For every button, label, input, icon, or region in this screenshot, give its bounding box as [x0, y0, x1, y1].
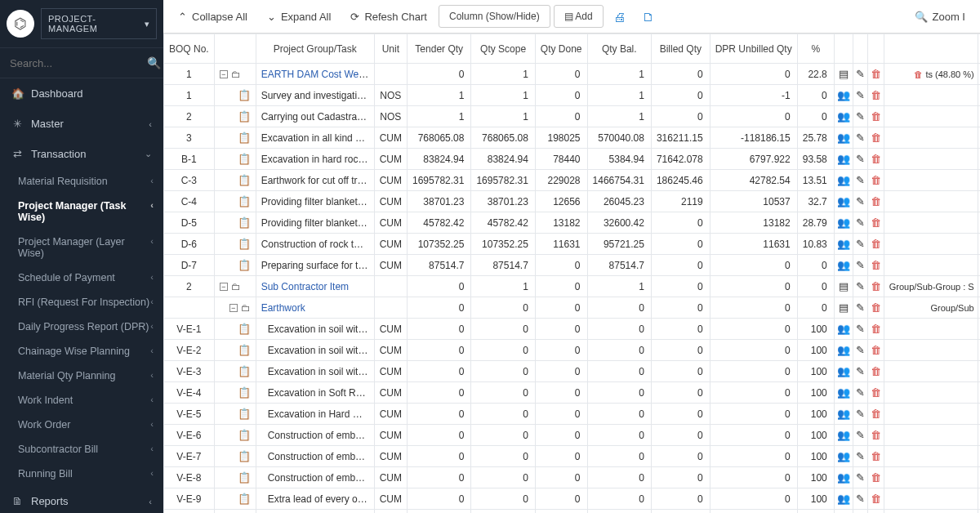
detail-icon[interactable]: ▤: [834, 64, 853, 85]
edit-icon[interactable]: ✎: [853, 297, 867, 319]
col-unbilled[interactable]: DPR Unbilled Qty: [710, 34, 797, 64]
task-cell[interactable]: Earthwork for cut off trench fillin: [256, 170, 374, 191]
assign-icon[interactable]: 👥: [834, 149, 853, 170]
delete-icon[interactable]: 🗑: [867, 106, 884, 127]
detail-icon[interactable]: ▤: [834, 276, 853, 297]
sidebar-item-chainage-wise-planning[interactable]: Chainage Wise Planning‹: [0, 339, 163, 364]
task-cell[interactable]: Excavation for Structure four: [256, 510, 374, 514]
col-billed[interactable]: Billed Qty: [651, 34, 710, 64]
tree-cell[interactable]: − 🗀: [214, 276, 256, 297]
col-boq[interactable]: BOQ No.: [164, 34, 215, 64]
sidebar-item-work-order[interactable]: Work Order‹: [0, 413, 163, 437]
task-cell[interactable]: EARTH DAM Cost Weight: [256, 64, 374, 85]
task-cell[interactable]: Excavation in Hard Rock with: [256, 404, 374, 425]
expand-all-button[interactable]: ⌄Expand All: [259, 6, 339, 28]
assign-icon[interactable]: 👥: [834, 425, 853, 446]
edit-icon[interactable]: ✎: [853, 425, 867, 446]
sidebar-item-work-indent[interactable]: Work Indent‹: [0, 388, 163, 413]
assign-icon[interactable]: 👥: [834, 212, 853, 234]
delete-icon[interactable]: 🗑: [867, 467, 884, 488]
delete-icon[interactable]: 🗑: [867, 234, 884, 255]
task-cell[interactable]: Excavation in all kind of soft/loo: [256, 127, 374, 149]
edit-icon[interactable]: ✎: [853, 382, 867, 404]
edit-icon[interactable]: ✎: [853, 319, 867, 340]
delete-icon[interactable]: 🗑: [867, 510, 884, 514]
sidebar-item-material-qty-planning[interactable]: Material Qty Planning‹: [0, 364, 163, 388]
delete-icon[interactable]: 🗑: [867, 276, 884, 297]
collapse-icon[interactable]: −: [220, 283, 228, 291]
search-input[interactable]: [10, 57, 147, 69]
task-cell[interactable]: Construction of embankment: [256, 467, 374, 488]
assign-icon[interactable]: 👥: [834, 106, 853, 127]
delete-icon[interactable]: 🗑: [867, 170, 884, 191]
edit-icon[interactable]: ✎: [853, 64, 867, 85]
edit-icon[interactable]: ✎: [853, 85, 867, 106]
delete-icon[interactable]: 🗑: [867, 64, 884, 85]
collapse-icon[interactable]: −: [220, 70, 228, 78]
column-toggle-button[interactable]: Column (Show/Hide): [439, 5, 550, 28]
task-cell[interactable]: Construction of rock toe in earth: [256, 234, 374, 255]
assign-icon[interactable]: 👥: [834, 234, 853, 255]
delete-icon[interactable]: 🗑: [867, 404, 884, 425]
delete-icon[interactable]: 🗑: [867, 212, 884, 234]
assign-icon[interactable]: 👥: [834, 319, 853, 340]
col-unit[interactable]: Unit: [374, 34, 407, 64]
assign-icon[interactable]: 👥: [834, 488, 853, 510]
delete-icon[interactable]: 🗑: [914, 69, 923, 79]
zoom-button[interactable]: 🔍Zoom I: [906, 6, 973, 28]
assign-icon[interactable]: 👥: [834, 85, 853, 106]
task-cell[interactable]: Excavation in hard rock of all to: [256, 149, 374, 170]
task-cell[interactable]: Excavation in soil with hydra: [256, 319, 374, 340]
tree-cell[interactable]: − 🗀: [214, 64, 256, 85]
print-icon[interactable]: 🖨: [607, 7, 632, 27]
edit-icon[interactable]: ✎: [853, 446, 867, 467]
assign-icon[interactable]: 👥: [834, 446, 853, 467]
task-cell[interactable]: Excavation in soil with hydra: [256, 340, 374, 361]
nav-master[interactable]: ✳Master ‹: [0, 109, 163, 139]
assign-icon[interactable]: 👥: [834, 340, 853, 361]
col-scope[interactable]: Qty Scope: [471, 34, 535, 64]
task-cell[interactable]: Excavation in Soft Rock with: [256, 382, 374, 404]
task-cell[interactable]: Excavation in soil with hydra: [256, 361, 374, 382]
col-task[interactable]: Project Group/Task: [256, 34, 374, 64]
task-cell[interactable]: Construction of embankment: [256, 425, 374, 446]
edit-icon[interactable]: ✎: [853, 255, 867, 276]
edit-icon[interactable]: ✎: [853, 149, 867, 170]
edit-icon[interactable]: ✎: [853, 404, 867, 425]
collapse-all-button[interactable]: ⌃Collapse All: [170, 6, 256, 28]
delete-icon[interactable]: 🗑: [867, 127, 884, 149]
edit-icon[interactable]: ✎: [853, 170, 867, 191]
edit-icon[interactable]: ✎: [853, 510, 867, 514]
assign-icon[interactable]: 👥: [834, 361, 853, 382]
collapse-icon[interactable]: −: [229, 304, 238, 312]
task-cell[interactable]: Preparing surface for turfing, inc: [256, 255, 374, 276]
edit-icon[interactable]: ✎: [853, 467, 867, 488]
sidebar-item-project-manager-task-wise-[interactable]: Project Manager (Task Wise)‹: [0, 194, 163, 230]
task-cell[interactable]: Sub Contractor Item: [256, 276, 374, 297]
assign-icon[interactable]: 👥: [834, 467, 853, 488]
col-tender[interactable]: Tender Qty: [408, 34, 471, 64]
delete-icon[interactable]: 🗑: [867, 297, 884, 319]
task-cell[interactable]: Providing filter blanket horizonta: [256, 212, 374, 234]
delete-icon[interactable]: 🗑: [867, 149, 884, 170]
assign-icon[interactable]: 👥: [834, 382, 853, 404]
edit-icon[interactable]: ✎: [853, 106, 867, 127]
add-button[interactable]: ▤ Add: [554, 5, 604, 28]
sidebar-item-rfi-request-for-inspection-[interactable]: RFI (Request For Inspection)‹: [0, 290, 163, 314]
task-cell[interactable]: Earthwork: [256, 297, 374, 319]
edit-icon[interactable]: ✎: [853, 340, 867, 361]
assign-icon[interactable]: 👥: [834, 191, 853, 212]
assign-icon[interactable]: 👥: [834, 127, 853, 149]
sidebar-item-subcontractor-bill[interactable]: Subcontractor Bill‹: [0, 437, 163, 462]
delete-icon[interactable]: 🗑: [867, 319, 884, 340]
delete-icon[interactable]: 🗑: [867, 446, 884, 467]
edit-icon[interactable]: ✎: [853, 127, 867, 149]
refresh-chart-button[interactable]: ⟳Refesh Chart: [342, 6, 435, 28]
edit-icon[interactable]: ✎: [853, 212, 867, 234]
nav-dashboard[interactable]: 🏠Dashboard: [0, 78, 163, 109]
delete-icon[interactable]: 🗑: [867, 382, 884, 404]
task-cell[interactable]: Construction of embankment: [256, 446, 374, 467]
delete-icon[interactable]: 🗑: [867, 85, 884, 106]
edit-icon[interactable]: ✎: [853, 488, 867, 510]
nav-reports[interactable]: 🗎Reports ‹: [0, 486, 163, 513]
